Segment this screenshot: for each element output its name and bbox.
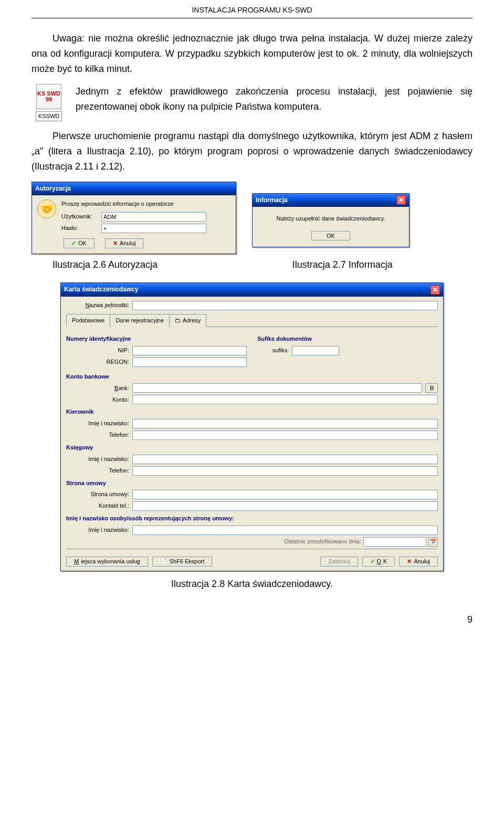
grp-strona: Strona umowy bbox=[66, 479, 438, 488]
strona-label: Strona umowy: bbox=[66, 490, 129, 499]
grp-repr: Imię i nazwisko osoby/osób reprezentując… bbox=[66, 514, 438, 523]
caption-auth: Ilustracja 2.6 Autoryzacja bbox=[52, 257, 261, 272]
export-label: ShF6 Eksport bbox=[170, 558, 205, 564]
close-icon[interactable]: ✕ bbox=[396, 195, 406, 205]
caption-karta: Ilustracja 2.8 Karta świadczeniodawcy. bbox=[32, 576, 472, 592]
karta-anuluj-label: Anuluj bbox=[414, 558, 430, 564]
page-number: 9 bbox=[0, 607, 504, 633]
kontakt-input[interactable] bbox=[132, 501, 438, 511]
info-ok-button[interactable]: OK bbox=[311, 231, 350, 240]
handshake-icon: 🤝 bbox=[37, 200, 56, 218]
kier-imie-label: Imię i nazwisko: bbox=[66, 419, 129, 428]
sufiks-label: sufiks: bbox=[257, 346, 289, 355]
lastmod-value bbox=[363, 537, 426, 547]
grp-ksieg: Księgowy bbox=[66, 443, 438, 453]
repr-imie-input[interactable] bbox=[132, 526, 438, 535]
tab-podstawowe[interactable]: Podstawowe bbox=[66, 314, 110, 328]
karta-anuluj-button[interactable]: ✕ Anuluj bbox=[399, 557, 438, 567]
auth-prompt: Proszę wprowadzić informacje o operatorz… bbox=[61, 200, 230, 209]
zastosuj-button[interactable]: Zastosuj bbox=[320, 557, 358, 567]
paragraph-3: Pierwsze uruchomienie programu nastąpi d… bbox=[32, 129, 472, 174]
auth-cancel-button[interactable]: ✕Anuluj bbox=[105, 238, 144, 248]
konto-label: Konto: bbox=[66, 395, 129, 405]
icon-paragraph-row: KS SWD 99 KSSWD Jednym z efektów prawidł… bbox=[32, 84, 472, 122]
tab-adresy[interactable]: 🗀Adresy bbox=[169, 314, 206, 328]
bank-label: Bank: bbox=[66, 384, 129, 393]
zastosuj-label: Zastosuj bbox=[328, 558, 350, 564]
x-icon: ✕ bbox=[113, 240, 118, 247]
tab-adresy-label: Adresy bbox=[183, 317, 201, 323]
folder-icon: 🗀 bbox=[175, 317, 181, 323]
kier-tel-label: Telefon: bbox=[66, 431, 129, 440]
nip-label: NIP: bbox=[66, 346, 129, 355]
regon-label: REGON: bbox=[66, 358, 129, 367]
miejsca-label: iejsca wykonania usług bbox=[81, 558, 140, 564]
pass-label: Hasło: bbox=[61, 224, 98, 233]
miejsca-button[interactable]: Miejsca wykonania usług bbox=[66, 557, 148, 567]
karta-close-icon[interactable]: ✕ bbox=[430, 285, 440, 295]
kontakt-label: Kontakt tel.: bbox=[66, 501, 129, 511]
karta-button-bar: Miejsca wykonania usług 📄 ShF6 Eksport Z… bbox=[66, 553, 438, 567]
x-icon: ✕ bbox=[407, 558, 412, 565]
grp-sufiks: Sufiks dokumentów bbox=[257, 334, 438, 344]
check-icon: ✓ bbox=[71, 240, 76, 247]
auth-titlebar: Autoryzacja bbox=[32, 182, 236, 195]
ksswd-icon: KS SWD 99 bbox=[36, 84, 61, 109]
auth-title: Autoryzacja bbox=[35, 184, 71, 194]
auth-ok-button[interactable]: ✓OK bbox=[64, 238, 94, 248]
karta-ok-button[interactable]: ✓ OK bbox=[362, 557, 395, 567]
user-label: Użytkownik: bbox=[61, 212, 98, 222]
regon-input[interactable] bbox=[132, 358, 247, 367]
paragraph-1: Uwaga: nie można określić jednoznacznie … bbox=[32, 31, 472, 76]
nip-input[interactable] bbox=[132, 346, 247, 355]
grp-kier: Kierownik bbox=[66, 407, 438, 417]
ksieg-tel-input[interactable] bbox=[132, 466, 438, 476]
bank-input[interactable] bbox=[132, 383, 422, 393]
repr-imie-label: Imię i nazwisko: bbox=[66, 526, 129, 535]
auth-body: 🤝 Proszę wprowadzić informacje o operato… bbox=[32, 195, 236, 254]
dialogs-row: Autoryzacja 🤝 Proszę wprowadzić informac… bbox=[32, 182, 472, 254]
pass-input[interactable] bbox=[101, 224, 206, 233]
last-mod-row: Ostatnio zmodyfikowano dnia: 📅 bbox=[66, 537, 438, 547]
ksieg-imie-label: Imię i nazwisko: bbox=[66, 455, 129, 464]
tab-rejestr[interactable]: Dane rejestracyjne bbox=[110, 314, 170, 328]
auth-cancel-label: Anuluj bbox=[120, 240, 136, 246]
strona-input[interactable] bbox=[132, 490, 438, 499]
kier-imie-input[interactable] bbox=[132, 419, 438, 428]
info-dialog: Informacja ✕ Należy uzupełnić dane świad… bbox=[252, 193, 410, 247]
grp-numery: Numery identyfikacyjne bbox=[66, 334, 247, 344]
kier-tel-input[interactable] bbox=[132, 431, 438, 440]
lastmod-label: Ostatnio zmodyfikowano dnia: bbox=[284, 537, 361, 547]
bank-lookup-button[interactable]: B bbox=[425, 383, 438, 393]
karta-title: Karta świadczeniodawcy bbox=[64, 285, 138, 295]
page-header: INSTALACJA PROGRAMU KS-SWD bbox=[32, 0, 472, 18]
karta-body: NNazwa jednostki:azwa jednostki: Podstaw… bbox=[61, 297, 443, 571]
ksieg-imie-input[interactable] bbox=[132, 455, 438, 464]
check-icon: ✓ bbox=[370, 558, 375, 565]
tabstrip: Podstawowe Dane rejestracyjne 🗀Adresy bbox=[66, 313, 438, 328]
ksieg-tel-label: Telefon: bbox=[66, 466, 129, 476]
export-icon: 📄 bbox=[160, 558, 167, 565]
sufiks-input[interactable] bbox=[292, 346, 339, 355]
ksswd-icon-label: KSSWD bbox=[36, 111, 62, 122]
info-titlebar: Informacja ✕ bbox=[253, 194, 409, 207]
auth-ok-label: OK bbox=[78, 240, 87, 246]
user-input[interactable] bbox=[101, 212, 206, 222]
paragraph-2: Jednym z efektów prawidłowego zakończeni… bbox=[76, 84, 472, 122]
export-button[interactable]: 📄 ShF6 Eksport bbox=[152, 557, 213, 567]
info-body: Należy uzupełnić dane świadczeniodawcy. … bbox=[253, 207, 409, 247]
info-message: Należy uzupełnić dane świadczeniodawcy. bbox=[258, 214, 404, 224]
karta-titlebar: Karta świadczeniodawcy ✕ bbox=[61, 283, 443, 296]
desktop-shortcut-icon: KS SWD 99 KSSWD bbox=[32, 84, 66, 122]
caption-info: Ilustracja 2.7 Informacja bbox=[292, 257, 472, 272]
main-content: Uwaga: nie można określić jednoznacznie … bbox=[0, 31, 504, 607]
grp-konto: Konto bankowe bbox=[66, 372, 438, 382]
calendar-icon[interactable]: 📅 bbox=[428, 537, 438, 547]
konto-input[interactable] bbox=[132, 395, 438, 404]
nazwa-input[interactable] bbox=[132, 301, 438, 310]
karta-dialog: Karta świadczeniodawcy ✕ NNazwa jednostk… bbox=[60, 282, 444, 571]
nazwa-label: NNazwa jednostki:azwa jednostki: bbox=[66, 301, 129, 310]
info-title: Informacja bbox=[256, 195, 288, 205]
auth-dialog: Autoryzacja 🤝 Proszę wprowadzić informac… bbox=[32, 182, 236, 254]
